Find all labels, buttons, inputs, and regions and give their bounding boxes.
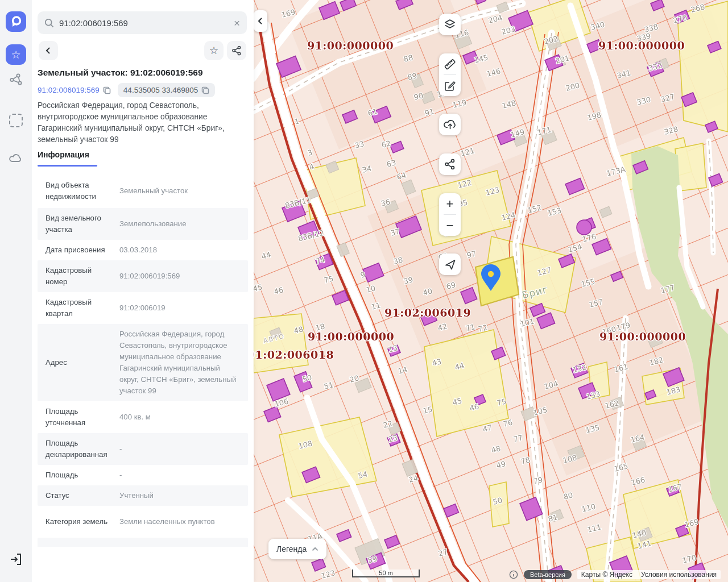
layers-icon [444,18,456,31]
object-title: Земельный участок: 91:02:006019:569 [38,68,231,78]
object-address: Российская Федерация, город Севастополь,… [38,100,226,146]
chevron-up-icon [312,547,318,551]
chevron-left-icon [257,16,264,26]
copy-icon[interactable] [103,86,111,94]
share-object-button[interactable] [227,41,246,60]
map-label: 91:00:000000 [598,39,685,52]
nspd-map-app: ☆ × ☆ Земельный участок: 91:02:006019:5 [0,0,728,582]
row-label: Вид земельного участка [46,213,111,235]
search-bar[interactable]: × [38,11,247,34]
row-label: Дата присвоения [46,244,111,256]
table-row: Площадь- [38,465,248,485]
row-value: Земельный участок [119,185,240,197]
table-row: Кадастровый квартал91:02:006019 [38,292,248,324]
row-value: 91:02:006019:569 [119,271,240,282]
attributes-table: Вид объекта недвижимостиЗемельный участо… [32,174,254,547]
zoom-controls: + − [439,193,461,236]
table-row: СтатусУчтенный [38,485,248,506]
map-label: 91:00:000000 [307,39,394,52]
yandex-attribution-link[interactable]: Карты © Яндекс [581,571,632,579]
table-row: Вид земельного участкаЗемлепользование [38,208,248,240]
row-value: 03.03.2018 [119,244,240,256]
row-label: Площадь уточненная [46,406,111,429]
ruler-button[interactable] [439,53,461,74]
object-info-panel: × ☆ Земельный участок: 91:02:006019:569 … [32,0,254,582]
locate-button[interactable] [439,253,461,275]
row-label: Кадастровый квартал [46,297,111,319]
search-input[interactable] [59,18,234,28]
row-value: Земли населенных пунктов [119,516,240,527]
row-value: Российская Федерация, город Севастополь,… [119,329,240,397]
map-attribution: Beta-версия Карты © Яндекс Условия испол… [509,570,721,579]
clear-search-icon[interactable]: × [234,18,240,28]
favorites-button[interactable]: ☆ [6,44,26,65]
row-label: Статус [46,490,111,501]
table-row: АдресРоссийская Федерация, город Севасто… [38,324,248,401]
back-button[interactable] [39,41,58,60]
table-row: Площадь уточненная400 кв. м [38,401,248,433]
cloud-upload-icon [444,118,457,131]
area-select-icon[interactable] [8,113,24,128]
copy-icon[interactable] [201,86,209,94]
share-map-button[interactable] [439,153,461,175]
row-label: Вид объекта недвижимости [46,180,111,202]
beta-badge: Beta-версия [524,570,572,579]
table-row: Кадастровый номер91:02:006019:569 [38,260,248,292]
layers-button[interactable] [439,14,461,35]
chevron-left-icon [44,46,53,55]
map-label: 91:00:000000 [599,330,686,343]
map-label: 91:02:006018 [254,348,334,361]
sign-in-icon[interactable] [8,551,24,567]
sidebar-rail: ☆ [0,0,32,582]
search-icon [44,18,54,28]
share-icon [231,45,242,56]
edit-icon [444,80,456,92]
upload-button[interactable] [439,114,461,135]
info-icon[interactable] [509,570,518,579]
row-value: 400 кв. м [119,411,240,423]
object-chips: 91:02:006019:569 44.535005 33.469805 [38,83,215,97]
row-label: Площадь декларированная [46,438,111,460]
table-row: Вид объекта недвижимостиЗемельный участо… [38,174,248,208]
terms-of-use-link[interactable]: Условия использования [641,571,717,579]
row-label: Площадь [46,469,111,481]
row-label: Адрес [46,357,111,368]
row-value: 91:02:006019 [119,302,240,314]
app-logo-icon[interactable] [6,11,26,32]
ruler-icon [444,58,456,70]
polygon-select-icon[interactable] [8,72,24,88]
legend-button[interactable]: Легенда [268,539,326,559]
draw-button[interactable] [439,75,461,96]
table-row: Дата присвоения03.03.2018 [38,240,248,260]
map-label: 91:02:006019 [384,306,471,319]
legend-label: Легенда [276,544,307,554]
table-row: Вид разрешенного использования [38,538,248,547]
row-value: Землепользование [119,218,240,230]
map-canvas[interactable]: БригАВТО 1691168889909111814511916133623… [254,0,728,582]
row-label: Кадастровый номер [46,265,111,288]
navigation-arrow-icon [444,259,456,271]
cloud-icon[interactable] [8,150,24,166]
measure-tools-group [439,53,461,96]
cadastral-map[interactable]: БригАВТО 1691168889909111814511916133623… [254,0,728,582]
map-label: 91:00:000000 [308,330,394,343]
table-row: Площадь декларированная- [38,433,248,465]
tab-underline [38,165,97,167]
tab-information[interactable]: Информация [38,150,89,159]
table-row: Категория земельЗемли населенных пунктов [38,506,248,538]
share-icon [444,159,456,170]
row-value: - [119,443,240,455]
star-icon: ☆ [209,44,218,57]
favorite-object-button[interactable]: ☆ [204,41,224,60]
cadastral-number-link[interactable]: 91:02:006019:569 [38,86,111,94]
star-icon: ☆ [11,48,20,61]
collapse-panel-button[interactable] [254,10,267,32]
row-value: Учтенный [119,490,240,501]
zoom-in-button[interactable]: + [439,193,461,214]
row-label: Категория земель [46,516,111,527]
zoom-out-button[interactable]: − [439,215,461,236]
coordinates-chip[interactable]: 44.535005 33.469805 [118,83,215,97]
row-value: - [119,469,240,481]
scale-bar: 50 m [352,569,420,577]
